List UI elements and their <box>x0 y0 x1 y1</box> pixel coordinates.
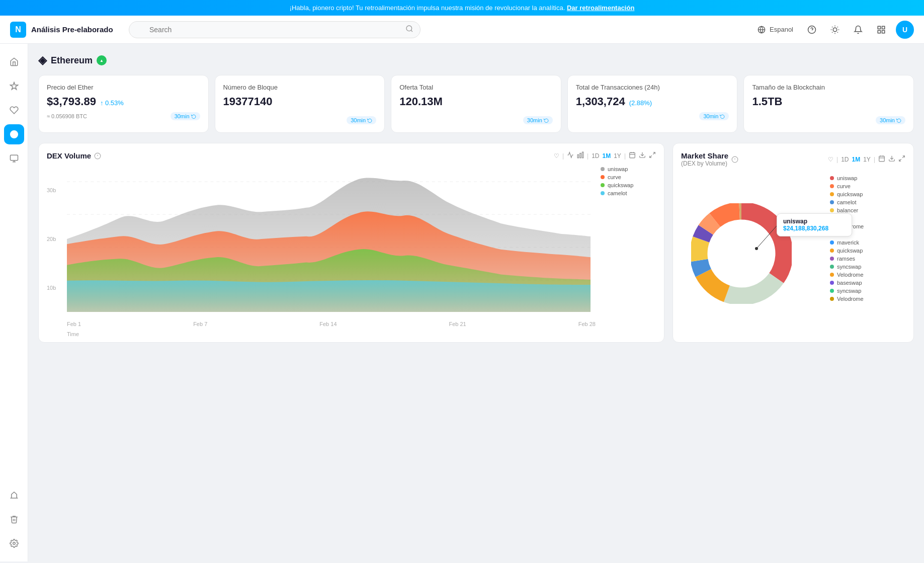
market-calendar-btn[interactable] <box>878 155 885 164</box>
sidebar-item-favorites[interactable] <box>4 100 24 120</box>
market-legend-curve: curve <box>830 183 905 189</box>
stat-card-total-supply: Oferta Total 120.13M 30min <box>391 75 561 133</box>
market-chart-subtitle: (DEX by Volume) <box>681 160 728 167</box>
eth-icon: ◈ <box>38 54 47 67</box>
dex-chart-title-wrap: DEX Volume <box>47 151 101 160</box>
svg-rect-21 <box>580 153 581 158</box>
market-chart-header: Market Share (DEX by Volume) ♡ | 1D 1M 1… <box>681 151 905 167</box>
svg-point-12 <box>13 133 16 136</box>
app-title: Análisis Pre-elaborado <box>31 25 113 34</box>
ethereum-name: Ethereum <box>51 55 93 66</box>
legend-uniswap: uniswap <box>601 166 656 172</box>
stat-card-blockchain-size: Tamaño de la Blockchain 1.5TB 30min <box>743 75 914 133</box>
apps-button[interactable] <box>873 23 890 36</box>
market-chart-area: uniswap $24,188,830,268 uniswap <box>681 173 905 334</box>
dex-chart-area: 30b 20b 10b Feb 1 Feb 7 Feb 14 Feb 21 Fe… <box>47 166 656 327</box>
dex-x-labels: Feb 1 Feb 7 Feb 14 Feb 21 Feb 28 <box>67 321 596 327</box>
y-label-20b: 20b <box>47 236 56 242</box>
dex-period-1d[interactable]: 1D <box>592 152 599 159</box>
btc-label: ≈ 0.056908 BTC <box>47 113 87 119</box>
market-legend-uniswap: uniswap <box>830 175 905 181</box>
donut-svg <box>691 203 792 304</box>
stat-card-block-number: Número de Bloque 19377140 30min <box>215 75 385 133</box>
market-legend-label-4: balancer <box>837 207 858 213</box>
market-period-1m[interactable]: 1M <box>852 156 861 163</box>
market-legend-label-1: curve <box>837 183 851 189</box>
search-bar <box>129 21 421 38</box>
sidebar-item-trash[interactable] <box>4 509 24 529</box>
theme-toggle[interactable] <box>826 23 844 36</box>
market-legend-velodrome: Velodrome <box>830 272 905 278</box>
market-legend-label-0: uniswap <box>837 175 857 181</box>
market-legend-label-5: thena <box>837 215 851 221</box>
info-icon-market <box>731 156 738 163</box>
market-legend-label-7: dodo <box>837 231 849 237</box>
market-legend-label-15: Velodrome <box>837 296 864 302</box>
svg-point-6 <box>833 28 837 32</box>
notifications-button[interactable] <box>850 23 867 36</box>
svg-rect-8 <box>882 26 885 29</box>
refresh-badge-2: 30min <box>523 116 553 124</box>
y-label-30b: 30b <box>47 187 56 193</box>
market-legend-label-2: quickswap <box>837 191 863 197</box>
market-legend-label-3: camelot <box>837 199 857 205</box>
info-icon-dex <box>94 152 101 159</box>
market-legend-dodo: dodo <box>830 231 905 237</box>
stat-card-transactions: Total de Transacciones (24h) 1,303,724 (… <box>567 75 738 133</box>
card-value-ether-price: $3,793.89 <box>47 95 96 108</box>
dex-favorite-btn[interactable]: ♡ <box>554 152 559 159</box>
svg-line-54 <box>757 226 777 249</box>
sidebar-item-settings[interactable] <box>4 533 24 553</box>
search-icon <box>405 25 413 35</box>
market-legend-label-10: ramses <box>837 256 855 262</box>
dex-expand-btn[interactable] <box>649 151 656 160</box>
sidebar-item-sparkle[interactable] <box>4 76 24 96</box>
market-legend-label-6: aerodrome <box>837 223 864 229</box>
sidebar-item-home[interactable] <box>4 52 24 72</box>
svg-rect-37 <box>879 156 885 162</box>
banner-text: ¡Habla, pionero cripto! Tu retroalimenta… <box>290 4 565 12</box>
legend-label-uniswap: uniswap <box>608 166 628 172</box>
help-button[interactable] <box>803 23 820 36</box>
svg-line-42 <box>902 156 904 158</box>
language-button[interactable]: Espanol <box>753 24 797 36</box>
market-expand-btn[interactable] <box>898 155 905 164</box>
market-period-1y[interactable]: 1Y <box>863 156 871 163</box>
charts-row: DEX Volume ♡ | | 1D 1M <box>38 143 914 343</box>
market-legend-label-8: maverick <box>837 239 859 246</box>
sidebar-item-monitor[interactable] <box>4 148 24 169</box>
dex-period-1y[interactable]: 1Y <box>614 152 621 159</box>
feedback-link[interactable]: Dar retroalimentación <box>567 4 634 12</box>
header-actions: Espanol U <box>753 21 914 39</box>
search-input[interactable] <box>129 21 421 38</box>
card-value-block-number: 19377140 <box>223 95 377 108</box>
legend-camelot: camelot <box>601 190 656 196</box>
market-period-1d[interactable]: 1D <box>841 156 849 163</box>
dex-line-chart-btn[interactable] <box>567 151 574 160</box>
dex-chart-header: DEX Volume ♡ | | 1D 1M <box>47 151 656 160</box>
card-change-ether-price: ↑ 0.53% <box>100 99 124 107</box>
market-legend-thena: thena <box>830 215 905 221</box>
dex-volume-chart: DEX Volume ♡ | | 1D 1M <box>38 143 664 343</box>
legend-label-camelot: camelot <box>608 190 627 196</box>
dex-download-btn[interactable] <box>639 151 646 160</box>
sidebar-item-data[interactable] <box>4 124 24 144</box>
main-content: ◈ Ethereum Precio del Ether $3,793.89 ↑ … <box>28 44 924 561</box>
card-value-blockchain-size: 1.5TB <box>752 95 905 108</box>
legend-quickswap: quickswap <box>601 182 656 188</box>
sidebar-item-crown[interactable] <box>4 485 24 505</box>
dex-calendar-btn[interactable] <box>629 151 636 160</box>
avatar[interactable]: U <box>896 21 914 39</box>
x-label-feb1: Feb 1 <box>67 321 81 327</box>
dex-bar-chart-btn[interactable] <box>577 151 584 160</box>
card-value-transactions: 1,303,724 <box>576 95 625 108</box>
dex-period-1m[interactable]: 1M <box>603 152 611 159</box>
dex-chart-controls: ♡ | | 1D 1M 1Y | <box>554 151 656 160</box>
market-download-btn[interactable] <box>888 155 895 164</box>
market-favorite-btn[interactable]: ♡ <box>828 156 833 163</box>
legend-label-quickswap: quickswap <box>608 182 633 188</box>
svg-rect-22 <box>582 152 583 158</box>
svg-rect-23 <box>630 152 635 158</box>
svg-rect-20 <box>577 154 578 157</box>
legend-dot-camelot <box>601 191 605 195</box>
